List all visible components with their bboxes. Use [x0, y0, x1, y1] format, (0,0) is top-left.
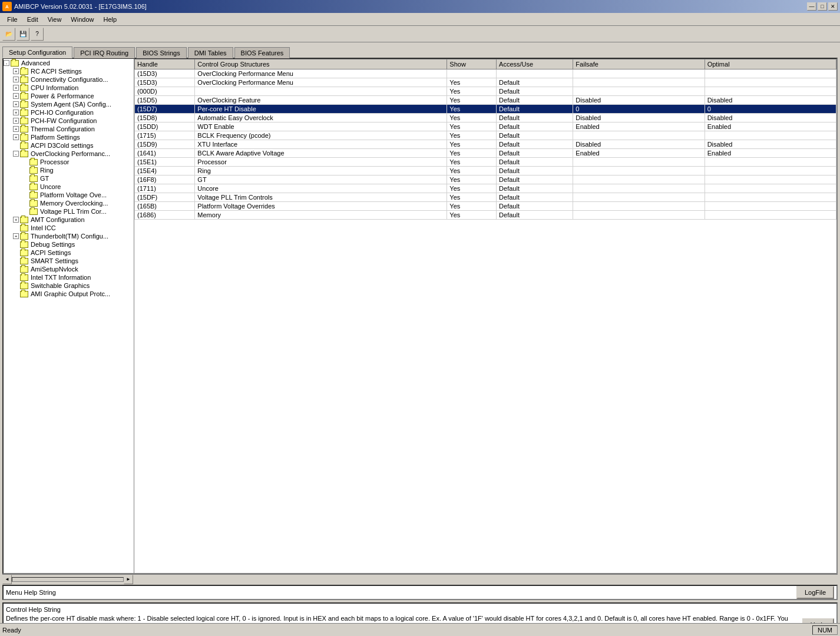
tree-item-voltage-pll-trim[interactable]: Voltage PLL Trim Cor... [4, 207, 134, 216]
minimize-button[interactable]: — [807, 2, 816, 11]
tree-toggle-rc-acpi[interactable]: + [13, 68, 19, 74]
tree-label-overclocking-perf: OverClocking Performanc... [31, 150, 110, 157]
tree-item-uncore[interactable]: Uncore [4, 183, 134, 191]
tree-item-thermal[interactable]: +Thermal Configuration [4, 125, 134, 133]
tree-item-intel-icc[interactable]: Intel ICC [4, 224, 134, 232]
tree-item-intel-txt[interactable]: Intel TXT Information [4, 273, 134, 281]
tree-toggle-pch-fw[interactable]: + [13, 118, 19, 124]
tree-item-gt[interactable]: GT [4, 174, 134, 183]
tree-item-platform-settings[interactable]: +Platform Settings [4, 133, 134, 141]
tree-label-acpi-d3cold: ACPI D3Cold settings [31, 142, 93, 149]
tree-toggle-pch-io[interactable]: + [13, 110, 19, 115]
table-row[interactable]: (15D7)Per-core HT DisableYesDefault00 [135, 105, 836, 114]
close-button[interactable]: ✕ [828, 2, 838, 11]
tree-toggle-platform-settings[interactable]: + [13, 134, 19, 140]
table-row[interactable]: (1686)MemoryYesDefault [135, 211, 836, 220]
tree-item-power-perf[interactable]: +Power & Performance [4, 92, 134, 100]
cell-2-2: Yes [447, 87, 497, 96]
data-table[interactable]: HandleControl Group StructuresShowAccess… [134, 59, 836, 573]
table-row[interactable]: (1641)BCLK Aware Adaptive VoltageYesDefa… [135, 149, 836, 158]
cell-8-0: (15D9) [135, 140, 195, 149]
menu-view[interactable]: View [43, 15, 67, 24]
tab-bios-features[interactable]: BIOS Features [234, 47, 290, 58]
tree-item-pch-io[interactable]: +PCH-IO Configuration [4, 108, 134, 117]
menu-edit[interactable]: Edit [22, 15, 43, 24]
tree-toggle-thunderbolt[interactable]: + [13, 233, 19, 239]
tree-label-acpi-settings: ACPI Settings [31, 249, 71, 256]
tree-toggle-connectivity[interactable]: + [13, 77, 19, 82]
open-button[interactable]: 📂 [2, 28, 15, 41]
tree-toggle-advanced[interactable]: - [4, 60, 9, 66]
tree-item-switchable-graphics[interactable]: Switchable Graphics [4, 281, 134, 290]
table-row[interactable]: (15D5)OverClocking FeatureYesDefaultDisa… [135, 96, 836, 105]
tree-toggle-system-agent[interactable]: + [13, 101, 19, 107]
tree-item-rc-acpi[interactable]: +RC ACPI Settings [4, 67, 134, 75]
h-scroll-track[interactable] [12, 577, 124, 582]
table-row[interactable]: (15D8)Automatic Easy OverclockYesDefault… [135, 114, 836, 122]
tree-item-advanced[interactable]: -Advanced [4, 59, 134, 67]
table-row[interactable]: (15DD)WDT EnableYesDefaultEnabledEnabled [135, 122, 836, 131]
save-button[interactable]: 💾 [16, 28, 29, 41]
tree-item-debug-settings[interactable]: Debug Settings [4, 240, 134, 249]
table-row[interactable]: (15E1)ProcessorYesDefault [135, 158, 836, 167]
cell-11-4 [573, 167, 705, 175]
tree-item-ring[interactable]: Ring [4, 166, 134, 174]
cell-14-3: Default [497, 193, 573, 202]
tree-item-pch-fw[interactable]: +PCH-FW Configuration [4, 117, 134, 125]
tree-item-thunderbolt[interactable]: +Thunderbolt(TM) Configu... [4, 232, 134, 240]
tree-toggle-power-perf[interactable]: + [13, 93, 19, 99]
tree-toggle-cpu-info[interactable]: + [13, 85, 19, 91]
logfile-button[interactable]: LogFile [796, 586, 834, 599]
table-row[interactable]: (15D3)OverClocking Performance Menu [135, 69, 836, 78]
folder-icon-uncore [29, 184, 38, 190]
tab-bios-strings[interactable]: BIOS Strings [136, 47, 187, 58]
maximize-button[interactable]: □ [818, 2, 827, 11]
tree-toggle-overclocking-perf[interactable]: - [13, 151, 19, 157]
tree-item-memory-overclocking[interactable]: Memory Overclocking... [4, 199, 134, 207]
tree-toggle-thermal[interactable]: + [13, 126, 19, 132]
table-row[interactable]: (1711)UncoreYesDefault [135, 184, 836, 193]
table-row[interactable]: (15E4)RingYesDefault [135, 167, 836, 175]
table-row[interactable]: (1715)BCLK Frequency (pcode)YesDefault [135, 131, 836, 140]
table-row[interactable]: (000D)YesDefault [135, 87, 836, 96]
folder-icon-smart-settings [20, 258, 28, 264]
tab-dmi-tables[interactable]: DMI Tables [188, 47, 233, 58]
tree-item-overclocking-perf[interactable]: -OverClocking Performanc... [4, 150, 134, 158]
table-row[interactable]: (15D3)OverClocking Performance MenuYesDe… [135, 78, 836, 87]
cell-12-2: Yes [447, 175, 497, 184]
table-row[interactable]: (165B)Platform Voltage OverridesYesDefau… [135, 202, 836, 211]
tree-h-scrollbar[interactable]: ◄ ► [2, 575, 133, 584]
tree-item-processor[interactable]: Processor [4, 158, 134, 166]
scroll-left-arrow[interactable]: ◄ [2, 575, 12, 584]
tree-label-power-perf: Power & Performance [31, 92, 94, 100]
table-row[interactable]: (16F8)GTYesDefault [135, 175, 836, 184]
tree-item-amt-config[interactable]: +AMT Configuration [4, 216, 134, 224]
tree-item-acpi-d3cold[interactable]: ACPI D3Cold settings [4, 141, 134, 150]
table-row[interactable]: (15DF)Voltage PLL Trim ControlsYesDefaul… [135, 193, 836, 202]
menu-file[interactable]: File [2, 15, 22, 24]
tree-item-platform-voltage-ove[interactable]: Platform Voltage Ove... [4, 191, 134, 199]
menu-window[interactable]: Window [66, 15, 98, 24]
tree-panel[interactable]: -Advanced+RC ACPI Settings+Connectivity … [4, 59, 134, 573]
tree-toggle-amt-config[interactable]: + [13, 217, 19, 223]
tree-item-connectivity[interactable]: +Connectivity Configuratio... [4, 75, 134, 84]
folder-icon-debug-settings [20, 241, 28, 248]
tab-setup-configuration[interactable]: Setup Configuration [2, 47, 72, 58]
cell-9-5: Enabled [705, 149, 836, 158]
table-row[interactable]: (15D9)XTU InterfaceYesDefaultDisabledDis… [135, 140, 836, 149]
tree-item-ami-graphic-output[interactable]: AMI Graphic Output Protc... [4, 290, 134, 298]
folder-icon-intel-icc [20, 225, 28, 231]
scroll-right-arrow[interactable]: ► [124, 575, 133, 584]
tab-pci-irq-routing[interactable]: PCI IRQ Routing [74, 47, 135, 58]
cell-5-4: Disabled [573, 114, 705, 122]
tree-item-acpi-settings[interactable]: ACPI Settings [4, 249, 134, 257]
tree-item-cpu-info[interactable]: +CPU Information [4, 84, 134, 92]
help-toolbar-button[interactable]: ? [31, 28, 44, 41]
menu-help[interactable]: Help [98, 15, 121, 24]
tree-item-ami-setup-nvlock[interactable]: AmiSetupNvlock [4, 265, 134, 273]
tree-item-smart-settings[interactable]: SMART Settings [4, 257, 134, 265]
tree-label-pch-io: PCH-IO Configuration [31, 109, 94, 116]
tree-item-system-agent[interactable]: +System Agent (SA) Config... [4, 100, 134, 108]
menu-help-input[interactable] [61, 589, 794, 596]
cell-11-1: Ring [195, 167, 447, 175]
